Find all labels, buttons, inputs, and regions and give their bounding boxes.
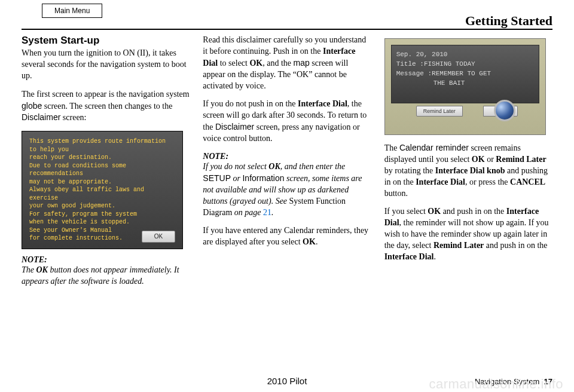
note-label: NOTE:: [203, 152, 371, 161]
text: REMEMBER TO GET: [432, 70, 491, 77]
text: The first screen to appear is the naviga…: [22, 90, 190, 99]
cal-title-row: Title :FISHING TODAY: [396, 60, 534, 69]
screen-line: Due to road conditions some recommendati…: [29, 162, 176, 178]
text: by rotating the: [384, 166, 435, 175]
screen-line: This system provides route information t…: [29, 137, 176, 154]
paragraph: The Calendar reminder screen remains dis…: [384, 142, 552, 199]
text: Interface Dial: [416, 177, 465, 186]
text: Remind Later: [496, 155, 546, 164]
cal-msg-row: Message :REMEMBER TO GET: [396, 69, 534, 79]
text: Information: [242, 173, 284, 183]
screen-line: For safety, program the system: [29, 210, 176, 219]
text: screen:: [60, 113, 86, 122]
screen-line: when the vehicle is stopped.: [29, 218, 176, 226]
text: OK: [268, 162, 280, 171]
text: OK: [472, 155, 485, 164]
header-divider: [22, 29, 552, 30]
text: on page: [232, 208, 263, 217]
column-3: Sep. 20, 2010 Title :FISHING TODAY Messa…: [384, 35, 552, 368]
column-1: System Start-up When you turn the igniti…: [22, 35, 190, 368]
text: Remind Later: [433, 241, 484, 250]
text: FISHING TODAY: [424, 60, 475, 68]
text: , and the: [262, 59, 293, 68]
text: OK: [36, 265, 48, 274]
paragraph: If you have entered any Calendar reminde…: [203, 225, 371, 248]
paragraph: If you select OK and push in on the Inte…: [384, 206, 552, 262]
interface-dial-icon: [494, 100, 515, 121]
paragraph: The first screen to appear is the naviga…: [22, 89, 190, 124]
screen-line: your own good judgement.: [29, 202, 176, 210]
section-heading: System Start-up: [22, 35, 190, 47]
calendar-buttons: Remind Later OK: [416, 106, 518, 117]
text: or: [231, 174, 242, 183]
text: OK: [428, 207, 441, 216]
main-menu-button[interactable]: Main Menu: [42, 4, 102, 18]
ok-screen-button: OK: [142, 231, 175, 243]
paragraph: When you turn the ignition to ON (II), i…: [22, 48, 190, 82]
text: The: [22, 265, 36, 274]
text: CANCEL: [510, 177, 545, 186]
text: screen. The screen then changes to the: [42, 102, 172, 111]
main-menu-button-wrap: Main Menu: [42, 4, 102, 18]
text: If you have entered any Calendar reminde…: [203, 226, 368, 246]
page-link[interactable]: 21: [263, 208, 271, 217]
page-title: Getting Started: [465, 13, 552, 29]
screen-line: Always obey all traffic laws and exercis…: [29, 186, 176, 202]
text: Calendar reminder: [399, 143, 469, 152]
text: Message :: [396, 70, 432, 77]
text: map: [294, 58, 310, 68]
page-number: 17: [544, 377, 552, 386]
text: .: [316, 237, 318, 246]
text: Disclaimer: [215, 122, 254, 131]
text: OK: [303, 237, 316, 246]
footer-label: Navigation System: [475, 377, 539, 386]
calendar-screen: Sep. 20, 2010 Title :FISHING TODAY Messa…: [384, 38, 546, 135]
paragraph: Read this disclaimer carefully so you un…: [203, 35, 371, 91]
text: .: [271, 208, 274, 217]
column-2: Read this disclaimer carefully so you un…: [203, 35, 371, 368]
text: Title :: [396, 60, 424, 68]
text: Interface Dial: [298, 99, 347, 108]
footer-right: Navigation System 17: [475, 377, 552, 386]
remind-later-button: Remind Later: [416, 106, 463, 117]
text: to select: [218, 59, 249, 68]
text: Disclaimer: [22, 112, 60, 122]
screen-line: may not be appropriate.: [29, 178, 176, 186]
text: and push in on the: [441, 207, 506, 216]
text: If you select: [384, 207, 428, 216]
page-body: System Start-up When you turn the igniti…: [22, 35, 552, 368]
text: .: [433, 252, 436, 261]
cal-date: Sep. 20, 2010: [396, 50, 534, 60]
text: SETUP: [203, 173, 231, 183]
text: If you do not push in on the: [203, 99, 298, 108]
screen-line: reach your destination.: [29, 154, 176, 162]
disclaimer-screen: This system provides route information t…: [22, 131, 183, 249]
text: OK: [249, 59, 262, 68]
text: , or press the: [465, 177, 510, 186]
note-text: The OK button does not appear immediatel…: [22, 265, 190, 287]
text: button.: [384, 189, 408, 198]
text: Interface Dial knob: [435, 166, 505, 175]
text: The: [384, 143, 399, 152]
paragraph: If you do not push in on the Interface D…: [203, 99, 371, 145]
text: and push in on the: [484, 241, 547, 250]
note-label: NOTE:: [22, 255, 190, 265]
cal-msg-row-2: THE BAIT: [396, 79, 534, 88]
note-text: If you do not select OK, and then enter …: [203, 161, 371, 218]
text: , and then enter the: [280, 162, 345, 171]
text: or: [485, 155, 496, 164]
text: globe: [22, 101, 42, 111]
text: Interface Dial: [384, 252, 434, 261]
calendar-panel: Sep. 20, 2010 Title :FISHING TODAY Messa…: [391, 45, 539, 103]
text: If you do not select: [203, 162, 268, 171]
